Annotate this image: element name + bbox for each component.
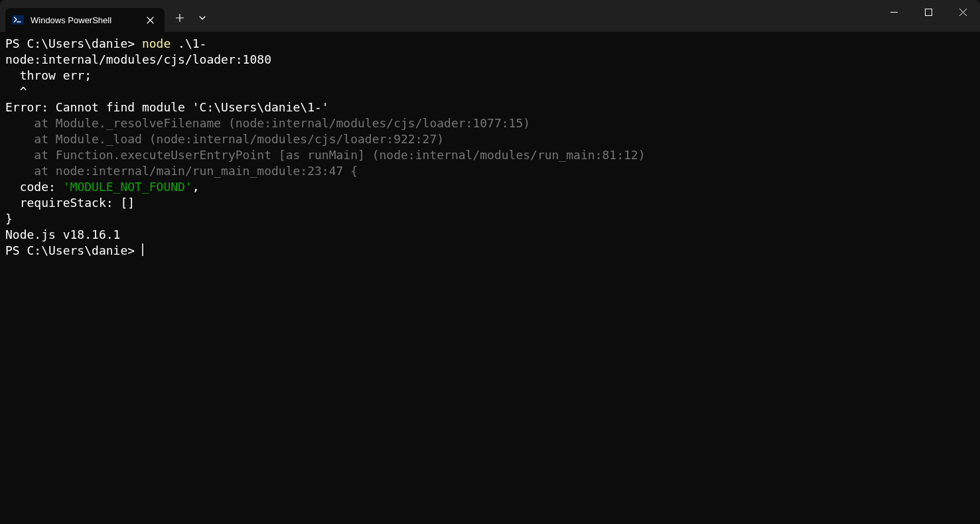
version-line: Node.js v18.16.1: [5, 227, 975, 243]
stack-line: at Module._resolveFilename (node:interna…: [5, 115, 975, 131]
comma: ,: [192, 180, 200, 194]
tab-dropdown-button[interactable]: [191, 7, 214, 29]
prompt-text: PS C:\Users\danie>: [5, 243, 142, 257]
command-text: node: [142, 36, 178, 50]
close-tab-icon[interactable]: [143, 13, 157, 27]
svg-rect-0: [12, 15, 24, 25]
arg-text: .\1-: [178, 36, 206, 50]
new-tab-button[interactable]: [169, 7, 191, 29]
output-line: requireStack: []: [5, 195, 975, 211]
tab-title: Windows PowerShell: [31, 15, 137, 25]
error-line: Error: Cannot find module 'C:\Users\dani…: [5, 99, 975, 115]
code-label: code:: [5, 180, 63, 194]
stack-line: at Function.executeUserEntryPoint [as ru…: [5, 147, 975, 163]
minimize-button[interactable]: [876, 0, 911, 24]
powershell-icon: [12, 14, 24, 26]
terminal-output[interactable]: PS C:\Users\danie> node .\1-node:interna…: [0, 32, 980, 263]
svg-rect-3: [925, 9, 932, 15]
titlebar: Windows PowerShell: [0, 0, 980, 32]
output-line: ^: [5, 84, 975, 99]
window-controls: [876, 0, 980, 32]
output-line: node:internal/modules/cjs/loader:1080: [5, 52, 975, 68]
close-window-button[interactable]: [945, 0, 980, 24]
stack-line: at node:internal/main/run_main_module:23…: [5, 163, 975, 179]
error-code: 'MODULE_NOT_FOUND': [63, 180, 192, 194]
titlebar-left: Windows PowerShell: [0, 0, 214, 32]
prompt-text: PS C:\Users\danie>: [5, 36, 142, 50]
output-line: throw err;: [5, 68, 975, 84]
cursor: [142, 243, 143, 256]
output-line: }: [5, 211, 975, 227]
tab-active[interactable]: Windows PowerShell: [5, 8, 165, 32]
maximize-button[interactable]: [911, 0, 945, 24]
stack-line: at Module._load (node:internal/modules/c…: [5, 131, 975, 147]
